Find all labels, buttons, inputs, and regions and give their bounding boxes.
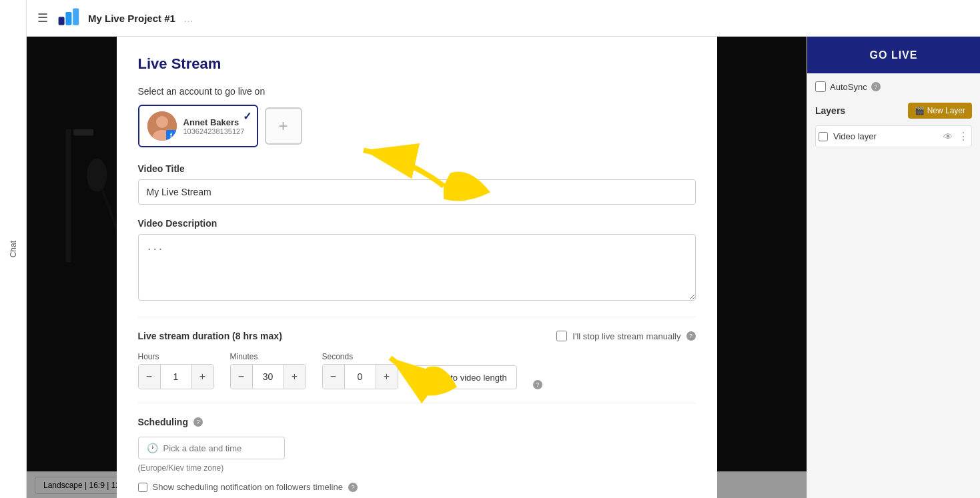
account-info: Annet Bakers 103624238135127 (183, 117, 245, 135)
facebook-badge: f (166, 130, 177, 141)
select-account-label: Select an account to go live on (138, 86, 696, 97)
scheduling-title: Scheduling (138, 417, 188, 427)
minutes-group: Minutes − + (230, 352, 306, 389)
minutes-value-input[interactable] (252, 365, 284, 389)
workspace: Live Stream Select an account to go live… (27, 37, 980, 498)
layer-name: Video layer (833, 131, 938, 141)
go-live-button[interactable]: GO LIVE (807, 37, 980, 73)
project-title-dot: … (183, 13, 193, 24)
autosync-help-icon[interactable]: ? (871, 82, 881, 91)
clock-icon: 🕐 (147, 443, 158, 453)
scheduling-header: Scheduling ? (138, 417, 696, 427)
video-title-label: Video Title (138, 163, 696, 174)
stop-manually-label: I'll stop live stream manually (572, 331, 680, 341)
autosync-checkbox[interactable] (815, 81, 826, 92)
layer-item: Video layer 👁 ⋮ (815, 125, 972, 147)
seconds-group: Seconds − + (322, 352, 398, 389)
notification-help-icon[interactable]: ? (348, 483, 358, 492)
layers-title: Layers (815, 105, 845, 116)
live-stream-modal: Live Stream Select an account to go live… (117, 37, 717, 498)
video-description-textarea[interactable] (138, 234, 696, 301)
seconds-label: Seconds (322, 352, 398, 361)
minutes-stepper: − + (230, 364, 306, 389)
chat-label[interactable]: Chat (9, 241, 18, 257)
layers-header: Layers 🎬 New Layer (815, 103, 972, 119)
minutes-decrement-button[interactable]: − (231, 365, 252, 389)
date-time-input[interactable] (163, 443, 276, 453)
show-notification-label: Show scheduling notification on follower… (153, 482, 343, 492)
right-panel-body: AutoSync ? Layers 🎬 New Layer Video laye… (807, 73, 980, 155)
date-input-wrap[interactable]: 🕐 (138, 437, 285, 459)
layer-checkbox[interactable] (819, 132, 828, 141)
account-row: f Annet Bakers 103624238135127 ✓ + (138, 105, 696, 147)
account-id: 103624238135127 (183, 127, 245, 135)
svg-rect-2 (73, 9, 79, 25)
new-layer-button[interactable]: 🎬 New Layer (908, 103, 972, 119)
seconds-stepper: − + (322, 364, 398, 389)
layer-visibility-icon[interactable]: 👁 (943, 131, 953, 142)
right-panel: GO LIVE AutoSync ? Layers 🎬 New Layer V (807, 37, 980, 498)
app-logo (56, 6, 80, 30)
film-icon: 🎬 (915, 106, 925, 115)
add-account-button[interactable]: + (265, 107, 302, 145)
timezone-note: (Europe/Kiev time zone) (138, 463, 696, 473)
left-sidebar: Chat (0, 0, 27, 498)
svg-rect-1 (65, 12, 71, 25)
project-title: My Live Project #1 (88, 13, 175, 24)
layer-more-icon[interactable]: ⋮ (958, 130, 969, 143)
hours-decrement-button[interactable]: − (139, 365, 160, 389)
adjust-to-video-length-button[interactable]: Adjust to video length (414, 365, 517, 389)
duration-header: Live stream duration (8 hrs max) I'll st… (138, 331, 696, 341)
main-area: ☰ My Live Project #1 … (27, 0, 980, 498)
modal-title: Live Stream (138, 55, 696, 73)
autosync-row: AutoSync ? (815, 81, 972, 92)
stop-manually-row: I'll stop live stream manually ? (556, 331, 695, 341)
minutes-label: Minutes (230, 352, 306, 361)
hours-stepper: − + (138, 364, 214, 389)
duration-section: Live stream duration (8 hrs max) I'll st… (138, 317, 696, 389)
scheduling-help-icon[interactable]: ? (193, 417, 203, 427)
seconds-increment-button[interactable]: + (376, 365, 398, 389)
hours-value-input[interactable] (160, 365, 192, 389)
hours-group: Hours − + (138, 352, 214, 389)
new-layer-label: New Layer (927, 106, 965, 115)
svg-rect-0 (59, 17, 65, 25)
stop-manually-checkbox[interactable] (556, 331, 567, 341)
show-notification-row: Show scheduling notification on follower… (138, 482, 696, 492)
canvas-area: Live Stream Select an account to go live… (27, 37, 807, 498)
scheduling-section: Scheduling ? 🕐 (Europe/Kiev time zone) S… (138, 403, 696, 492)
video-description-label: Video Description (138, 218, 696, 229)
time-inputs: Hours − + Minutes (138, 352, 696, 389)
seconds-decrement-button[interactable]: − (323, 365, 344, 389)
account-checkmark: ✓ (243, 110, 252, 123)
account-name: Annet Bakers (183, 117, 245, 127)
account-card[interactable]: f Annet Bakers 103624238135127 ✓ (138, 105, 258, 147)
duration-title: Live stream duration (8 hrs max) (138, 331, 282, 341)
autosync-label: AutoSync (830, 82, 867, 92)
top-bar: ☰ My Live Project #1 … (27, 0, 980, 37)
account-avatar: f (147, 111, 177, 141)
svg-point-12 (156, 116, 168, 128)
seconds-value-input[interactable] (344, 365, 376, 389)
minutes-increment-button[interactable]: + (284, 365, 306, 389)
hours-label: Hours (138, 352, 214, 361)
hamburger-icon[interactable]: ☰ (37, 11, 48, 25)
video-title-input[interactable] (138, 179, 696, 205)
modal-overlay: Live Stream Select an account to go live… (27, 37, 807, 498)
show-notification-checkbox[interactable] (138, 483, 147, 492)
adjust-help-icon[interactable]: ? (533, 380, 542, 389)
stop-manually-help-icon[interactable]: ? (686, 331, 696, 341)
hours-increment-button[interactable]: + (192, 365, 213, 389)
